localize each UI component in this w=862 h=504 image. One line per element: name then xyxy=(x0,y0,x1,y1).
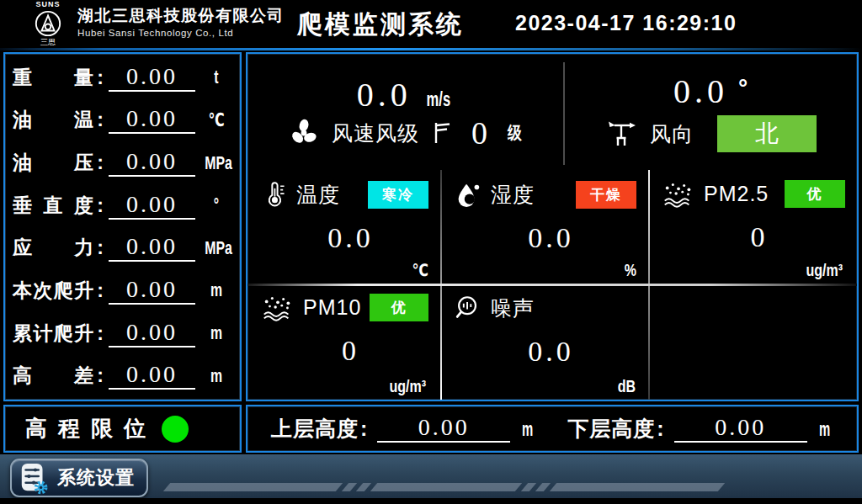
upper-height-label: 上层高度 xyxy=(271,415,359,443)
sensor-unit: dB xyxy=(618,377,636,396)
status-badge-cold: 寒冷 xyxy=(368,181,428,209)
logo-bottom-text: 三思 xyxy=(40,38,56,46)
sensor-cell-empty xyxy=(648,284,857,400)
taskbar-decor-stripes xyxy=(167,483,721,491)
environment-panel: 0.0 m/s 风速风级 xyxy=(246,52,859,401)
status-badge-good: 优 xyxy=(785,180,845,208)
row-value: 0.00 xyxy=(109,64,195,92)
layer-heights-box: 上层高度: 0.00 m 下层高度: 0.00 m xyxy=(246,405,859,453)
measurement-row-oil-temp: 油温: 0.00 ℃ xyxy=(13,99,232,142)
measurement-row-height-diff: 高差: 0.00 m xyxy=(13,354,232,397)
row-colon: : xyxy=(93,236,107,259)
upper-height-value: 0.00 xyxy=(377,415,510,443)
wind-direction-section: 0.0 ° 风向 北 xyxy=(564,54,857,170)
settings-sliders-gear-icon xyxy=(19,461,51,495)
sensor-name: 湿度 xyxy=(491,181,535,209)
sensor-name: 噪声 xyxy=(491,294,535,322)
measurement-row-weight: 重量: 0.00 t xyxy=(13,56,232,99)
row-value: 0.00 xyxy=(109,277,195,305)
row-label: 应力 xyxy=(13,235,93,261)
lower-height-unit: m xyxy=(819,417,830,441)
upper-height-group: 上层高度: 0.00 m xyxy=(271,415,537,443)
row-unit: MPa xyxy=(205,152,227,174)
sensor-name: 温度 xyxy=(296,181,340,209)
fan-icon xyxy=(288,117,320,149)
row-label: 高差 xyxy=(13,363,93,389)
wind-speed-unit: m/s xyxy=(426,88,450,111)
row-colon: : xyxy=(93,322,107,345)
sensor-value: 0 xyxy=(662,221,857,253)
company-name-en: Hubei Sansi Technology Co., Ltd xyxy=(77,28,285,38)
row-unit: ° xyxy=(205,194,227,216)
row-colon: : xyxy=(93,109,107,131)
sensor-unit: ug/m³ xyxy=(806,261,843,280)
row-unit: m xyxy=(205,365,227,387)
sensor-cell-pm10: PM10 优 0 ug/m³ xyxy=(247,284,440,400)
grid-divider-horizontal xyxy=(247,284,857,286)
wind-speed-section: 0.0 m/s 风速风级 xyxy=(247,54,564,170)
sensor-value: 0.0 xyxy=(454,222,648,254)
status-badge-dry: 干燥 xyxy=(576,181,636,209)
measurement-row-verticality: 垂直度: 0.00 ° xyxy=(13,184,232,227)
row-value: 0.00 xyxy=(109,192,195,220)
row-colon: : xyxy=(93,66,107,89)
lower-height-value: 0.00 xyxy=(674,415,807,443)
sensor-cell-noise: 噪声 0.0 dB xyxy=(440,284,648,400)
sensor-value: 0 xyxy=(261,335,440,367)
wind-row: 0.0 m/s 风速风级 xyxy=(247,54,857,170)
elevation-limit-status-light xyxy=(162,416,189,443)
sansi-logo-icon xyxy=(34,9,62,38)
system-settings-button[interactable]: 系统设置 xyxy=(10,459,148,497)
taskbar: 系统设置 xyxy=(0,454,862,498)
droplet-icon xyxy=(454,180,482,209)
sensor-cell-pm25: PM2.5 优 0 ug/m³ xyxy=(648,170,857,284)
row-value: 0.00 xyxy=(109,106,195,134)
sensor-grid: 温度 寒冷 0.0 ℃ 湿度 干燥 0.0 % xyxy=(247,170,857,400)
thermometer-icon xyxy=(261,180,288,209)
row-label: 累计爬升 xyxy=(13,321,93,347)
row-unit: t xyxy=(205,66,227,88)
datetime-display: 2023-04-17 16:29:10 xyxy=(515,11,737,35)
measurement-row-stress: 应力: 0.00 MPa xyxy=(13,227,232,270)
upper-height-unit: m xyxy=(522,417,533,441)
sensor-unit: ug/m³ xyxy=(389,377,426,396)
sensor-name: PM2.5 xyxy=(704,182,769,206)
row-value: 0.00 xyxy=(109,362,195,390)
sensor-name: PM10 xyxy=(303,295,361,320)
lower-height-group: 下层高度: 0.00 m xyxy=(567,415,833,443)
noise-meter-icon xyxy=(454,294,482,322)
row-unit: m xyxy=(205,322,227,344)
measurement-row-total-climb: 累计爬升: 0.00 m xyxy=(13,312,232,355)
sensor-value: 0.0 xyxy=(261,222,440,254)
row-unit: ℃ xyxy=(205,109,227,131)
elevation-limit-label: 高程限位 xyxy=(25,414,157,443)
dust-particles-icon xyxy=(261,294,295,321)
settings-button-label: 系统设置 xyxy=(57,465,135,491)
logo-top-text: SUNS xyxy=(35,0,60,9)
sensor-unit: % xyxy=(625,261,636,280)
colon: : xyxy=(360,416,367,441)
wind-speed-value: 0.0 xyxy=(357,78,412,112)
row-value: 0.00 xyxy=(109,320,195,347)
wind-flag-icon xyxy=(431,120,453,146)
header-divider xyxy=(0,48,862,50)
sensor-unit: ℃ xyxy=(412,260,428,280)
row-value: 0.00 xyxy=(109,234,195,262)
wind-section-divider xyxy=(563,62,565,165)
row-label: 油温 xyxy=(13,107,93,133)
elevation-limit-box: 高程限位 xyxy=(3,405,242,453)
row-label: 重量 xyxy=(13,65,93,91)
measurement-panel: 重量: 0.00 t 油温: 0.00 ℃ 油压: 0.00 MPa 垂直度: … xyxy=(3,52,242,401)
page-title: 爬模监测系统 xyxy=(297,8,464,42)
company-name-block: 湖北三思科技股份有限公司 Hubei Sansi Technology Co.,… xyxy=(77,6,285,38)
status-badge-good: 优 xyxy=(370,294,428,321)
wind-direction-badge: 北 xyxy=(717,115,817,152)
wind-vane-icon xyxy=(604,118,638,150)
row-value: 0.00 xyxy=(109,149,195,177)
wind-level-unit: 级 xyxy=(508,121,522,145)
sensor-cell-temperature: 温度 寒冷 0.0 ℃ xyxy=(247,170,440,284)
row-colon: : xyxy=(93,364,107,387)
measurement-row-current-climb: 本次爬升: 0.00 m xyxy=(13,269,232,312)
colon: : xyxy=(657,416,663,441)
row-colon: : xyxy=(93,151,107,174)
